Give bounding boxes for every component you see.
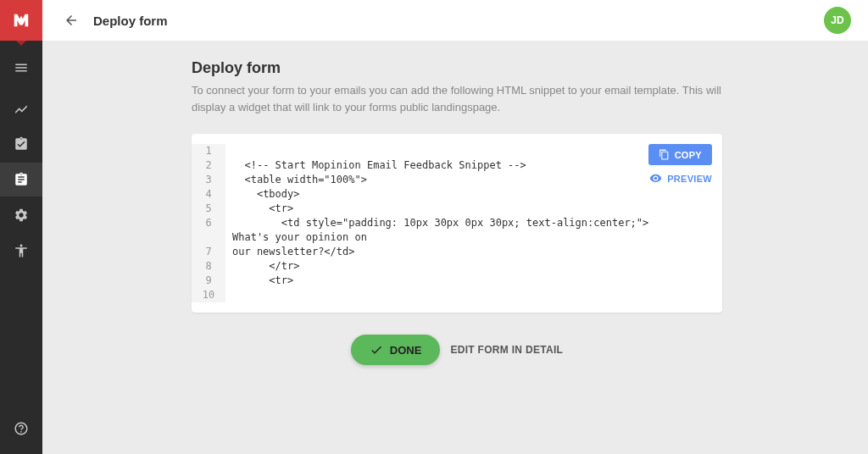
sidebar-item-settings[interactable]: [0, 198, 42, 232]
line-number: 10: [192, 288, 225, 302]
topbar: Deploy form JD: [42, 0, 868, 41]
eye-icon: [649, 172, 662, 185]
sidebar-item-tasks[interactable]: [0, 127, 42, 161]
bottom-actions: DONE EDIT FORM IN DETAIL: [192, 335, 722, 365]
line-text: <tr>: [225, 202, 722, 216]
line-number: 3: [192, 173, 225, 187]
code-snippet-card: COPY PREVIEW 12 <!-- Start Mopinion Emai…: [192, 134, 722, 313]
sidebar: [0, 0, 42, 454]
line-number: 7: [192, 245, 225, 259]
brand-logo[interactable]: [0, 0, 42, 41]
topbar-title: Deploy form: [93, 14, 168, 28]
page-description: To connect your form to your emails you …: [192, 82, 722, 115]
copy-icon: [659, 149, 670, 160]
line-text: <tr>: [225, 274, 722, 288]
line-number: 1: [192, 144, 225, 158]
line-number: 6: [192, 216, 225, 230]
line-text: <td style="padding: 10px 30px 0px 30px; …: [225, 216, 722, 245]
sidebar-item-menu[interactable]: [0, 51, 42, 85]
code-line: 2 <!-- Start Mopinion Email Feedback Sni…: [192, 158, 722, 173]
code-line: 5 <tr>: [192, 202, 722, 216]
code-line: 10: [192, 288, 722, 302]
code-lines[interactable]: 12 <!-- Start Mopinion Email Feedback Sn…: [192, 144, 722, 302]
code-line: 4 <tbody>: [192, 187, 722, 202]
line-number: 2: [192, 158, 225, 173]
code-line: 9 <tr>: [192, 274, 722, 288]
line-number: 9: [192, 274, 225, 288]
sidebar-item-help[interactable]: [0, 412, 42, 446]
code-line: 3 <table width="100%">: [192, 173, 722, 187]
sidebar-item-accessibility[interactable]: [0, 234, 42, 268]
line-text: <tbody>: [225, 187, 722, 202]
preview-label: PREVIEW: [667, 174, 712, 184]
page-title: Deploy form: [192, 59, 722, 77]
code-line: 6 <td style="padding: 10px 30px 0px 30px…: [192, 216, 722, 245]
back-button[interactable]: [63, 12, 80, 29]
user-avatar[interactable]: JD: [824, 7, 851, 34]
sidebar-item-analytics[interactable]: [0, 91, 42, 125]
sidebar-item-forms[interactable]: [0, 163, 42, 197]
content-area: Deploy form To connect your form to your…: [42, 41, 868, 454]
line-number: 5: [192, 202, 225, 216]
code-line: 1: [192, 144, 722, 158]
done-button[interactable]: DONE: [351, 335, 441, 365]
line-number: 8: [192, 259, 225, 274]
copy-button[interactable]: COPY: [648, 144, 712, 165]
copy-label: COPY: [675, 150, 702, 160]
check-icon: [370, 343, 383, 357]
line-number: 4: [192, 187, 225, 202]
line-text: </tr>: [225, 259, 722, 274]
line-text: our newsletter?</td>: [225, 245, 722, 259]
code-line: 7our newsletter?</td>: [192, 245, 722, 259]
done-label: DONE: [390, 344, 422, 357]
preview-button[interactable]: PREVIEW: [649, 172, 712, 185]
edit-form-detail-button[interactable]: EDIT FORM IN DETAIL: [450, 344, 563, 356]
code-line: 8 </tr>: [192, 259, 722, 274]
